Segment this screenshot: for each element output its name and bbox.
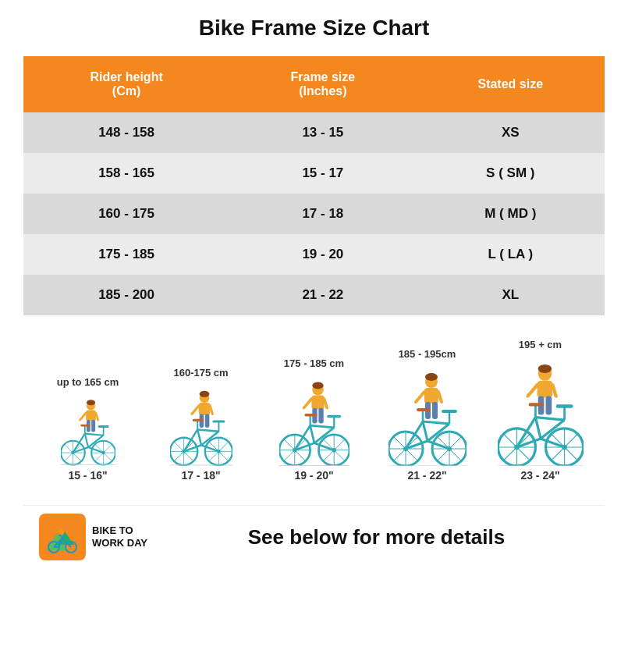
svg-point-31	[199, 391, 209, 397]
bike-bottom-label: 15 - 16"	[68, 469, 107, 482]
logo-line1: BIKE TO	[92, 524, 147, 537]
svg-line-140	[535, 418, 564, 420]
svg-rect-62	[311, 396, 324, 410]
bike-illustration	[279, 374, 349, 466]
svg-line-66	[324, 399, 327, 408]
logo-icon	[43, 517, 82, 556]
svg-rect-122	[537, 381, 552, 398]
bike-bottom-label: 17 - 18"	[181, 469, 220, 482]
svg-point-1	[86, 400, 94, 405]
bike-bottom-label: 19 - 20"	[294, 469, 333, 482]
bike-svg	[170, 383, 232, 466]
svg-rect-94	[432, 402, 438, 419]
svg-rect-64	[318, 408, 323, 424]
bike-svg	[389, 364, 467, 466]
bike-top-label: 175 - 185 cm	[284, 357, 344, 369]
bike-top-label: 195 + cm	[519, 339, 562, 350]
bike-sizes-container: up to 165 cm	[23, 339, 605, 482]
table-row: 175 - 18519 - 20L ( LA )	[23, 234, 605, 275]
table-row: 160 - 17517 - 18M ( MD )	[23, 194, 605, 234]
svg-point-61	[312, 382, 323, 389]
svg-rect-124	[545, 396, 552, 414]
svg-point-121	[538, 364, 551, 373]
table-row: 148 - 15813 - 15XS	[23, 112, 605, 153]
table-row: 185 - 20021 - 22XL	[23, 275, 605, 315]
svg-line-19	[84, 434, 87, 448]
svg-point-87	[293, 448, 296, 452]
svg-line-139	[535, 418, 541, 439]
bike-illustration	[61, 393, 115, 466]
col-header-frame-size: Frame size(Inches)	[229, 56, 416, 112]
bike-svg	[61, 393, 115, 466]
svg-line-5	[80, 413, 86, 420]
svg-point-162	[59, 530, 64, 535]
svg-line-126	[552, 385, 555, 396]
bike-top-label: up to 165 cm	[57, 376, 119, 388]
svg-line-36	[210, 406, 212, 414]
frame-size-table: Rider height(Cm) Frame size(Inches) Stat…	[23, 56, 605, 315]
table-row: 158 - 16515 - 17S ( SM )	[23, 153, 605, 194]
svg-line-82	[314, 443, 334, 450]
svg-line-65	[303, 399, 311, 408]
footer-cta: See below for more details	[164, 525, 589, 549]
svg-point-58	[217, 450, 221, 453]
bike-bottom-label: 23 - 24"	[520, 469, 559, 482]
svg-line-109	[423, 421, 428, 441]
svg-line-50	[197, 429, 218, 431]
bike-top-label: 185 - 195cm	[399, 348, 456, 360]
svg-line-52	[201, 445, 218, 451]
svg-rect-34	[204, 414, 209, 428]
col-header-rider-height: Rider height(Cm)	[23, 56, 229, 112]
svg-point-27	[71, 451, 74, 454]
svg-line-35	[192, 406, 199, 414]
svg-line-79	[310, 425, 314, 443]
bike-size-item: up to 165 cm	[31, 376, 144, 482]
svg-rect-4	[91, 420, 95, 432]
svg-line-110	[423, 421, 449, 424]
svg-point-91	[425, 373, 438, 381]
svg-line-22	[88, 447, 104, 453]
col-header-stated-size: Stated size	[417, 56, 605, 112]
svg-line-6	[95, 413, 98, 420]
svg-line-49	[197, 429, 201, 445]
page-title: Bike Frame Size Chart	[199, 16, 430, 41]
svg-line-142	[541, 439, 565, 447]
logo-box	[39, 514, 86, 560]
bike-bottom-label: 21 - 22"	[407, 469, 446, 482]
svg-rect-32	[198, 403, 209, 415]
svg-point-147	[514, 445, 520, 450]
svg-point-88	[332, 448, 335, 452]
svg-rect-92	[424, 388, 438, 404]
bike-illustration	[170, 383, 232, 466]
svg-line-95	[416, 392, 424, 402]
footer: BIKE TO WORK DAY See below for more deta…	[23, 505, 605, 568]
bike-illustration	[498, 355, 584, 466]
svg-point-118	[447, 446, 452, 451]
bike-illustration	[389, 364, 467, 466]
svg-line-112	[428, 441, 449, 449]
bike-svg	[498, 355, 584, 466]
bike-size-item: 195 + cm	[484, 339, 597, 482]
logo-area: BIKE TO WORK DAY	[39, 514, 164, 560]
svg-rect-2	[86, 411, 96, 421]
bike-svg	[279, 374, 349, 466]
logo-text-block: BIKE TO WORK DAY	[92, 524, 147, 549]
logo-line2: WORK DAY	[92, 537, 147, 549]
bike-top-label: 160-175 cm	[173, 367, 228, 379]
svg-point-28	[101, 451, 105, 454]
bike-size-item: 175 - 185 cm	[257, 357, 371, 482]
svg-line-80	[310, 425, 334, 428]
svg-point-57	[182, 450, 186, 453]
svg-point-117	[403, 446, 408, 451]
svg-line-96	[438, 392, 442, 402]
svg-line-125	[527, 385, 537, 396]
svg-line-20	[84, 434, 103, 436]
bike-size-item: 185 - 195cm	[371, 348, 484, 482]
svg-point-148	[562, 445, 567, 450]
bike-size-item: 160-175 cm	[144, 367, 257, 482]
illustration-section: up to 165 cm	[23, 339, 605, 482]
